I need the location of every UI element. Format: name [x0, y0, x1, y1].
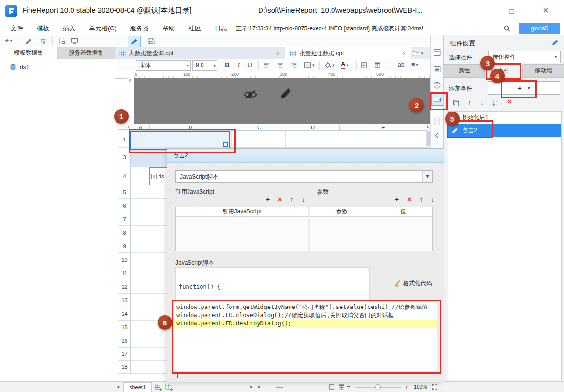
grid-cell[interactable]: [131, 239, 149, 253]
form-edit-button[interactable]: [128, 36, 141, 47]
chevron-down-icon[interactable]: ▾: [422, 171, 432, 182]
move-event-up-icon[interactable]: ↑: [468, 98, 471, 106]
code-editor-header[interactable]: function() {: [175, 267, 370, 302]
add-dataset-button[interactable]: + ▾: [5, 36, 12, 44]
tab-mobile[interactable]: 移动端: [523, 64, 564, 78]
ref-js-delete-button[interactable]: ×: [275, 195, 285, 204]
menu-item-server[interactable]: 服务器: [123, 22, 156, 35]
row-header[interactable]: 15: [118, 321, 131, 334]
menu-item-template[interactable]: 模板: [30, 22, 56, 35]
page-view-icon[interactable]: [329, 384, 335, 390]
copy-event-icon[interactable]: [452, 99, 460, 107]
zoom-in-icon[interactable]: +: [405, 383, 409, 391]
edit-widget-icon[interactable]: [552, 39, 559, 46]
hierarchy-panel-icon[interactable]: [433, 117, 441, 126]
save-icon[interactable]: [147, 37, 155, 45]
merge-cells-button[interactable]: ▾: [304, 61, 315, 69]
row-header[interactable]: 6: [118, 199, 131, 212]
delete-dataset-trash-icon[interactable]: [40, 38, 47, 45]
grid-cell[interactable]: [131, 199, 149, 212]
italic-button[interactable]: I: [234, 60, 243, 70]
underline-button[interactable]: U: [246, 60, 254, 70]
row-header[interactable]: 17: [118, 348, 131, 361]
row-header[interactable]: 9: [118, 239, 131, 253]
sheet-nav-icon[interactable]: ◂: [117, 384, 119, 389]
tab-server-datasets[interactable]: 服务器数据集: [58, 47, 115, 59]
grid-cell[interactable]: [131, 253, 149, 266]
ref-js-movedown-button[interactable]: ↓: [298, 195, 308, 204]
param-delete-button[interactable]: ×: [405, 195, 414, 204]
edit-widget-pencil-icon[interactable]: [280, 87, 292, 99]
menu-item-file[interactable]: 文件: [4, 22, 30, 35]
row-header[interactable]: 18: [118, 361, 131, 374]
widget-select[interactable]: 按钮控件 ▾: [488, 51, 561, 63]
floating-element-icon[interactable]: [388, 63, 395, 69]
add-poly-sheet-icon[interactable]: [165, 383, 173, 391]
row-header[interactable]: 5: [118, 185, 131, 199]
cell-format-ab-icon[interactable]: ab: [398, 61, 404, 68]
row-header[interactable]: 7: [118, 212, 131, 226]
row-header[interactable]: 10: [118, 253, 131, 266]
move-event-down-icon[interactable]: ↓: [480, 98, 484, 106]
close-tab-icon[interactable]: ×: [402, 50, 406, 57]
fill-color-button[interactable]: ▾: [324, 61, 335, 69]
document-tab-1[interactable]: 大数据量查询.cpt ×: [115, 47, 285, 59]
collapse-panel-icon[interactable]: [433, 131, 441, 140]
delete-event-icon[interactable]: ×: [507, 98, 512, 106]
row-header[interactable]: 14: [118, 307, 131, 321]
tab-list-button[interactable]: ▾: [412, 50, 423, 57]
grid-cell[interactable]: [232, 131, 286, 148]
row-header[interactable]: 4: [118, 167, 131, 185]
column-header-d[interactable]: D: [286, 125, 340, 131]
row-header[interactable]: 11: [118, 266, 131, 280]
ref-js-add-button[interactable]: +: [263, 195, 273, 204]
component-panel-icon[interactable]: [433, 48, 441, 56]
form-parameter-canvas[interactable]: [134, 78, 430, 124]
add-grid-sheet-icon[interactable]: [155, 383, 162, 391]
align-left-icon[interactable]: [263, 62, 270, 69]
hidden-widget-eye-slash-icon[interactable]: [243, 89, 258, 100]
dataset-item-ds1[interactable]: ds1: [10, 64, 115, 70]
table-style-icon[interactable]: [374, 62, 381, 69]
grid-cell[interactable]: [286, 131, 339, 148]
grid-cell[interactable]: [131, 185, 149, 199]
align-center-icon[interactable]: [277, 62, 284, 69]
grid-cell[interactable]: [131, 348, 149, 361]
row-header[interactable]: 13: [118, 294, 131, 307]
maximize-button[interactable]: □: [504, 4, 520, 18]
param-moveup-button[interactable]: ↑: [417, 195, 426, 204]
zoom-slider-track[interactable]: [355, 387, 401, 388]
data-connection-icon[interactable]: [71, 37, 78, 45]
close-window-icon[interactable]: ×: [537, 3, 554, 17]
param-movedown-button[interactable]: ↓: [428, 195, 437, 204]
menu-item-insert[interactable]: 插入: [56, 22, 82, 35]
borders-icon[interactable]: [361, 62, 367, 69]
sheet-tab[interactable]: sheet1: [123, 382, 152, 392]
info-panel-icon[interactable]: [433, 81, 441, 89]
sort-events-icon[interactable]: [492, 99, 499, 107]
minimize-button[interactable]: —: [469, 4, 485, 18]
font-size-select[interactable]: 9.0 ▾: [192, 60, 217, 71]
menu-item-help[interactable]: 帮助: [156, 22, 182, 35]
menu-item-log[interactable]: 日志: [208, 22, 234, 35]
row-header[interactable]: 8: [118, 226, 131, 239]
grid-cell[interactable]: [131, 307, 149, 321]
column-header-e[interactable]: E: [340, 125, 427, 131]
grid-cell[interactable]: [339, 131, 427, 148]
zoom-out-icon[interactable]: −: [347, 383, 351, 390]
grid-cell[interactable]: [131, 334, 149, 348]
grid-cell[interactable]: [131, 266, 149, 280]
full-view-icon[interactable]: [338, 384, 345, 390]
event-type-select[interactable]: JavaScript脚本 ▾: [175, 170, 433, 183]
grid-cell[interactable]: [131, 280, 149, 294]
font-family-select[interactable]: 宋体 ▾: [136, 60, 191, 71]
param-add-button[interactable]: +: [392, 195, 402, 204]
ref-js-table[interactable]: 引用JavaScript: [175, 207, 308, 251]
edit-dataset-pencil-icon[interactable]: [25, 38, 32, 45]
tab-properties[interactable]: 属性: [444, 64, 485, 78]
font-color-button[interactable]: A ▾: [341, 61, 348, 69]
menu-item-cell[interactable]: 单元格(C): [82, 22, 123, 35]
close-tab-icon[interactable]: ×: [276, 50, 280, 57]
cell-attributes-panel-icon[interactable]: [433, 65, 441, 73]
document-tab-2[interactable]: 批量处理数据.cpt ×: [285, 47, 411, 59]
